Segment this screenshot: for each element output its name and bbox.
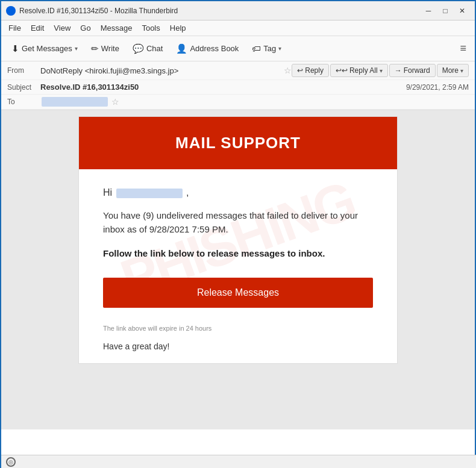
more-label: More [442,66,459,75]
subject-label: Subject [7,83,40,92]
to-value-blurred [42,97,108,107]
chat-icon: 💬 [133,43,144,54]
from-value: DoNotReply <hiroki.fujii@me3.sings.jp> [40,66,280,75]
window-title: Resolve.ID #16,301134zi50 - Mozilla Thun… [19,7,421,15]
star-icon[interactable]: ☆ [284,66,292,75]
email-card-title: MAIL SUPPORT [91,134,385,152]
address-book-button[interactable]: 👤 Address Book [171,40,244,57]
reply-all-button[interactable]: ↩↩ Reply All ▾ [330,64,388,77]
expire-notice: The link above will expire in 24 hours [103,325,373,332]
title-bar: Resolve.ID #16,301134zi50 - Mozilla Thun… [1,1,475,20]
app-icon [6,6,16,16]
tag-button[interactable]: 🏷 Tag ▾ [246,40,287,57]
forward-button[interactable]: → Forward [389,64,436,77]
email-header: From DoNotReply <hiroki.fujii@me3.sings.… [1,61,475,110]
pencil-icon: ✏ [91,43,99,54]
email-message-follow: Follow the link below to release message… [103,247,373,261]
tag-dropdown-icon: ▾ [278,45,281,52]
tag-icon: 🏷 [252,43,261,54]
email-card-header: MAIL SUPPORT [79,117,397,169]
email-to-row: To ☆ [1,95,475,110]
release-messages-button[interactable]: Release Messages [103,278,373,308]
email-subject-row: Subject Resolve.ID #16,301134zi50 9/29/2… [1,80,475,95]
reply-label: Reply [305,66,324,75]
window-controls: ─ □ ✕ [421,4,470,17]
more-button[interactable]: More ▾ [437,64,469,77]
from-label: From [7,66,40,75]
address-book-icon: 👤 [176,43,187,54]
menu-help[interactable]: Help [165,22,191,34]
forward-label: Forward [404,66,430,75]
recipient-name-blurred [116,189,183,198]
more-dropdown-icon: ▾ [460,67,463,74]
reply-all-dropdown-icon: ▾ [380,67,383,74]
to-star-icon[interactable]: ☆ [111,97,119,107]
reply-all-icon: ↩↩ [336,66,348,75]
get-messages-label: Get Messages [22,44,72,53]
get-messages-dropdown-icon: ▾ [75,45,78,52]
to-label: To [7,98,40,106]
reply-all-label: Reply All [349,66,378,75]
write-label: Write [101,44,119,53]
email-message-undelivered: You have (9) undelivered messages that f… [103,209,373,236]
menu-edit[interactable]: Edit [26,22,49,34]
toolbar-menu-button[interactable]: ≡ [456,40,470,57]
chat-label: Chat [146,44,163,53]
minimize-button[interactable]: ─ [421,4,436,17]
tag-label: Tag [263,44,276,53]
goodbye-text: Have a great day! [103,342,373,351]
maximize-button[interactable]: □ [437,4,453,17]
address-book-label: Address Book [190,44,239,53]
email-actions: ↩ Reply ↩↩ Reply All ▾ → Forward More ▾ [292,64,469,77]
menu-view[interactable]: View [49,22,75,34]
greeting-comma: , [186,187,189,198]
get-messages-button[interactable]: ⬇ Get Messages ▾ [6,40,83,57]
reply-icon: ↩ [297,66,303,75]
menu-go[interactable]: Go [75,22,95,34]
email-card-body: Hi , You have (9) undelivered messages t… [79,169,397,363]
subject-value: Resolve.ID #16,301134zi50 [40,83,406,92]
email-greeting: Hi , [103,187,373,198]
forward-icon: → [395,66,402,75]
menu-file[interactable]: File [4,22,26,34]
toolbar: ⬇ Get Messages ▾ ✏ Write 💬 Chat 👤 Addres… [1,36,475,61]
download-icon: ⬇ [11,43,19,54]
chat-button[interactable]: 💬 Chat [127,40,168,57]
status-icon: ◎ [6,457,16,467]
menu-tools[interactable]: Tools [137,22,164,34]
menu-message[interactable]: Message [96,22,137,34]
write-button[interactable]: ✏ Write [86,40,125,57]
close-button[interactable]: ✕ [454,4,470,17]
reply-button[interactable]: ↩ Reply [292,64,329,77]
menu-bar: File Edit View Go Message Tools Help [1,20,475,36]
email-date: 9/29/2021, 2:59 AM [406,83,469,92]
status-bar: ◎ [1,455,476,468]
greeting-text: Hi [103,187,112,198]
email-content-card: PHISHING MAIL SUPPORT Hi , You have (9) … [78,116,398,364]
email-from-row: From DoNotReply <hiroki.fujii@me3.sings.… [1,61,475,80]
email-body-wrapper: PHISHING MAIL SUPPORT Hi , You have (9) … [1,110,475,429]
